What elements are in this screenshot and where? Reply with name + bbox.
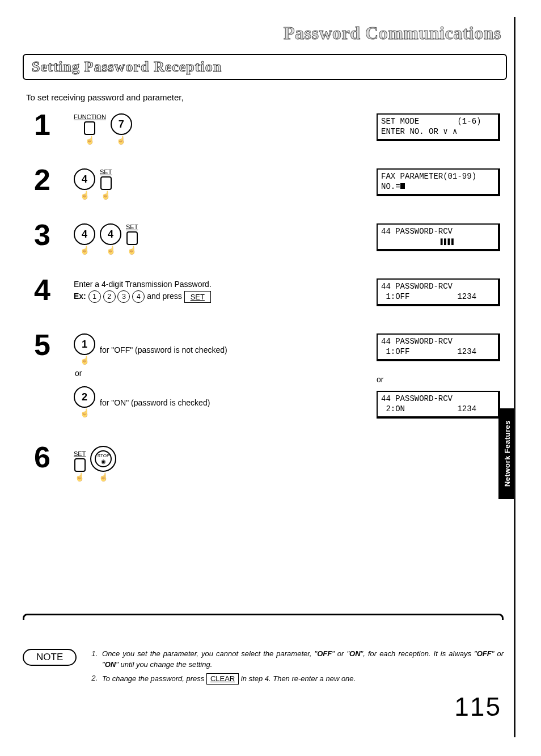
step5-or: or — [75, 368, 377, 379]
set-box: SET — [184, 291, 211, 303]
lcd-display-5a: 44 PASSWORD-RCV 1:OFF 1234 — [377, 333, 500, 361]
step4-example: Ex: 1 2 3 4 and press SET — [74, 290, 377, 303]
stop-button: STOP ◉ ☝ — [90, 446, 116, 481]
step5-on-text: for "ON" (password is checked) — [100, 397, 210, 417]
key-4: 4 ☝ — [74, 168, 95, 199]
step-1: 1 FUNCTION ☝ 7 ☝ S — [23, 110, 507, 155]
stop-label: STOP — [98, 453, 110, 458]
note-1: 1. Once you set the parameter, you canno… — [91, 649, 504, 669]
page-number: 115 — [454, 691, 501, 722]
note-2: 2. To change the password, press CLEAR i… — [91, 673, 504, 685]
press-icon: ☝ — [80, 409, 90, 417]
set-label: SET — [74, 450, 86, 457]
ex-key-4: 4 — [132, 290, 145, 303]
step-number: 6 — [23, 442, 74, 472]
press-icon: ☝ — [101, 191, 111, 199]
key-7: 7 ☝ — [111, 113, 132, 144]
set-button: SET ☝ — [126, 223, 138, 254]
key-4b: 4 ☝ — [100, 223, 121, 254]
press-icon: ☝ — [80, 191, 90, 199]
lcd-display-1: SET MODE (1-6) ENTER NO. OR ∨ ∧ — [377, 113, 500, 141]
step-number: 2 — [23, 165, 74, 195]
lcd-or: or — [377, 375, 507, 384]
function-label: FUNCTION — [74, 113, 106, 120]
press-icon: ☝ — [80, 356, 90, 364]
page-title: Password Communications — [23, 23, 507, 44]
step-3: 3 4 ☝ 4 ☝ SET ☝ — [23, 220, 507, 265]
lcd-display-5b: 44 PASSWORD-RCV 2:ON 1234 — [377, 391, 500, 419]
clear-box: CLEAR — [206, 673, 239, 685]
set-label: SET — [126, 223, 138, 230]
side-tab: Network Features — [498, 408, 515, 499]
set-button: SET ☝ — [74, 450, 86, 481]
section-heading: Setting Password Reception — [23, 54, 507, 80]
note-block: NOTE 1. Once you set the parameter, you … — [23, 649, 504, 688]
step-2: 2 4 ☝ SET ☝ FAX PA — [23, 165, 507, 210]
press-icon: ☝ — [80, 246, 90, 254]
lcd-display-2: FAX PARAMETER(01-99) NO.= — [377, 168, 500, 196]
press-icon: ☝ — [99, 473, 108, 481]
intro-text: To set receiving password and parameter, — [26, 92, 507, 102]
step-number: 4 — [23, 275, 74, 305]
function-button: FUNCTION ☝ — [74, 113, 106, 144]
step-6: 6 SET ☝ STOP ◉ — [23, 442, 507, 481]
ex-key-3: 3 — [117, 290, 130, 303]
key-2: 2 ☝ — [74, 386, 95, 417]
press-icon: ☝ — [116, 136, 126, 144]
press-icon: ☝ — [106, 246, 116, 254]
step-number: 1 — [23, 110, 74, 140]
step-4: 4 Enter a 4-digit Transmission Password.… — [23, 275, 507, 320]
key-1: 1 ☝ — [74, 333, 95, 364]
step5-off-text: for "OFF" (password is not checked) — [100, 344, 227, 364]
set-button: SET ☝ — [100, 168, 112, 199]
step-number: 5 — [23, 330, 74, 360]
ex-key-1: 1 — [88, 290, 101, 303]
stop-icon: ◉ — [101, 458, 106, 464]
press-icon: ☝ — [75, 473, 84, 481]
note-separator — [23, 614, 504, 620]
press-icon: ☝ — [85, 136, 95, 144]
lcd-display-4: 44 PASSWORD-RCV 1:OFF 1234 — [377, 278, 500, 306]
lcd-display-3: 44 PASSWORD-RCV ❚❚❚❚ — [377, 223, 500, 251]
key-4a: 4 ☝ — [74, 223, 95, 254]
step-5: 5 1 ☝ for "OFF" (password is not checked… — [23, 330, 507, 432]
set-label: SET — [100, 168, 112, 175]
note-pill: NOTE — [23, 649, 77, 666]
press-icon: ☝ — [127, 246, 137, 254]
step4-line1: Enter a 4-digit Transmission Password. — [74, 278, 377, 290]
step-number: 3 — [23, 220, 74, 250]
ex-key-2: 2 — [103, 290, 116, 303]
